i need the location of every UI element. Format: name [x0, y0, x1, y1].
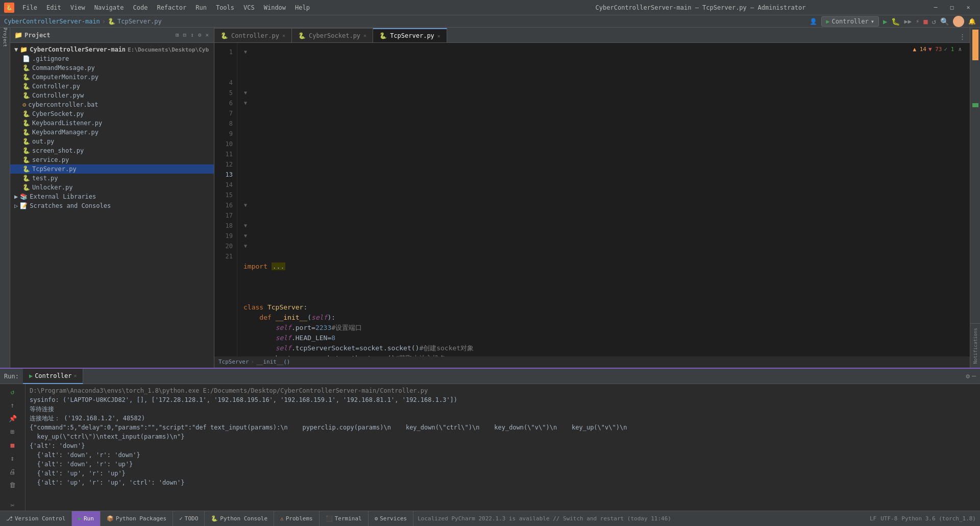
ok-count[interactable]: ✓ 1 [944, 46, 954, 53]
code-content[interactable]: ▼ ▼ ▼ [237, 43, 970, 356]
menu-navigate[interactable]: Navigate [90, 2, 128, 13]
tab-overflow-button[interactable]: ⋮ [955, 31, 970, 42]
notification-icon[interactable]: Notifications [973, 326, 978, 366]
file-bat[interactable]: ⚙ cybercontroller.bat [10, 100, 214, 109]
fold-arrow-5[interactable]: ▼ [244, 88, 247, 98]
breadcrumb2-part1[interactable]: TcpServer [218, 358, 249, 365]
fold-arrow-19[interactable]: ▼ [244, 231, 247, 241]
close-panel-icon[interactable]: ✕ [204, 31, 210, 39]
notifications-icon[interactable]: 🔔 [968, 18, 976, 25]
menu-window[interactable]: Window [260, 2, 290, 13]
scroll-up-button[interactable]: ↑ [7, 399, 18, 411]
rerun-button[interactable]: ↺ [7, 386, 18, 397]
python-version[interactable]: Python 3.6 (torch_1.8) [901, 515, 976, 522]
collapse-all-icon[interactable]: ⊟ [182, 31, 188, 39]
fold-arrow-18[interactable]: ▼ [244, 221, 247, 231]
breadcrumb-part2[interactable]: TcpServer.py [117, 18, 162, 25]
maximize-button[interactable]: □ [944, 3, 960, 13]
minimize-button[interactable]: ─ [928, 3, 943, 13]
line-ending[interactable]: LF [870, 515, 876, 522]
fold-arrow-20[interactable]: ▼ [244, 241, 247, 251]
menu-help[interactable]: Help [291, 2, 314, 13]
menu-vcs[interactable]: VCS [239, 2, 259, 13]
project-root[interactable]: ▼ 📁 CyberControllerServer-main E:\Docume… [10, 45, 214, 54]
rerun-button[interactable]: ↺ [932, 17, 936, 26]
file-cybersocket[interactable]: 🐍 CyberSocket.py [10, 109, 214, 118]
menu-tools[interactable]: Tools [212, 2, 238, 13]
file-controller-pyw[interactable]: 🐍 Controller.pyw [10, 91, 214, 100]
menu-edit[interactable]: Edit [42, 2, 65, 13]
tab-controller-close[interactable]: ✕ [282, 33, 285, 38]
settings-icon[interactable]: ⚙ [966, 372, 970, 380]
profile-button[interactable]: ⚡ [916, 18, 919, 25]
run-scrollbar[interactable] [975, 384, 980, 511]
fold-arrow-16[interactable]: ▼ [244, 200, 247, 210]
scratches-consoles[interactable]: ▷ 📝 Scratches and Consoles [10, 201, 214, 210]
file-keyboardlistener[interactable]: 🐍 KeyboardListener.py [10, 118, 214, 128]
menu-code[interactable]: Code [129, 2, 152, 13]
stop-run-button[interactable]: ■ [7, 439, 18, 450]
encoding[interactable]: UTF-8 [880, 515, 897, 522]
file-test[interactable]: 🐍 test.py [10, 174, 214, 183]
menu-file[interactable]: File [18, 2, 41, 13]
diff-button[interactable]: ⊞ [7, 426, 18, 437]
status-version-control[interactable]: ⎇ Version Control [0, 511, 72, 527]
file-computermonitor[interactable]: 🐍 ComputerMonitor.py [10, 73, 214, 82]
more-actions-button[interactable]: ↕ [7, 452, 18, 464]
menu-view[interactable]: View [66, 2, 89, 13]
run-tab-close[interactable]: ✕ [74, 373, 77, 378]
trash-button[interactable]: 🗑 [7, 479, 18, 490]
status-run[interactable]: ▶ Run [72, 511, 101, 527]
file-commandmessage[interactable]: 🐍 CommandMessage.py [10, 63, 214, 73]
menu-run[interactable]: Run [191, 2, 211, 13]
search-everywhere[interactable]: 🔍 [940, 17, 949, 26]
status-python-packages[interactable]: 📦 Python Packages [101, 511, 173, 527]
update-message[interactable]: Localized PyCharm 2022.1.3 is available … [413, 515, 675, 522]
close-button[interactable]: ✕ [961, 3, 976, 13]
tab-tcpserver[interactable]: 🐍 TcpServer.py ✕ [373, 28, 447, 42]
stop-button[interactable]: ■ [923, 17, 927, 26]
settings-icon[interactable]: ⚙ [197, 31, 203, 39]
breadcrumb2-part2[interactable]: __init__() [256, 358, 290, 365]
file-unlocker[interactable]: 🐍 Unlocker.py [10, 183, 214, 192]
file-tcpserver[interactable]: 🐍 TcpServer.py [10, 164, 214, 174]
collapse-icon[interactable]: ─ [972, 372, 976, 380]
pin-button[interactable]: 📌 [7, 413, 18, 424]
run-config-dropdown[interactable]: ▶ Controller ▾ [821, 16, 879, 27]
file-screenshot[interactable]: 🐍 screen_shot.py [10, 146, 214, 155]
run-with-coverage[interactable]: ▶▶ [904, 18, 911, 25]
file-out[interactable]: 🐍 out.py [10, 137, 214, 146]
fold-arrow-6[interactable]: ▼ [244, 98, 247, 108]
errors-count[interactable]: ▼ 73 [928, 46, 942, 53]
run-controller-tab[interactable]: ▶ Controller ✕ [23, 369, 84, 384]
status-services[interactable]: ⚙ Services [369, 511, 414, 527]
tab-controller[interactable]: 🐍 Controller.py ✕ [214, 28, 292, 42]
project-sidebar-toggle[interactable]: Project [1, 30, 10, 45]
file-service[interactable]: 🐍 service.py [10, 155, 214, 164]
menu-refactor[interactable]: Refactor [153, 2, 190, 13]
error-indicator-bar[interactable] [972, 30, 978, 60]
file-gitignore[interactable]: 📄 .gitignore [10, 54, 214, 63]
tab-tcpserver-close[interactable]: ✕ [437, 33, 440, 39]
breadcrumb-part1[interactable]: CyberControllerServer-main [4, 18, 100, 25]
status-terminal[interactable]: ⬛ Terminal [320, 511, 369, 527]
settings-run-button[interactable]: ✂ [7, 499, 18, 511]
status-todo[interactable]: ✓ TODO [173, 511, 205, 527]
warnings-count[interactable]: ▲ 14 [913, 46, 927, 53]
code-editor[interactable]: 1 4 5 6 7 8 9 10 11 12 13 14 1 [214, 43, 970, 356]
expand-all-icon[interactable]: ⊞ [175, 31, 180, 39]
external-libraries[interactable]: ▶ 📚 External Libraries [10, 192, 214, 201]
fold-arrow-1[interactable]: ▼ [244, 47, 247, 57]
run-label-status: Run [84, 515, 94, 522]
file-controller[interactable]: 🐍 Controller.py [10, 82, 214, 91]
file-keyboardmanager[interactable]: 🐍 KeyboardManager.py [10, 128, 214, 137]
chevron-up-icon[interactable]: ∧ [958, 46, 962, 53]
debug-button[interactable]: 🐛 [891, 17, 900, 26]
status-problems[interactable]: ⚠ Problems [274, 511, 320, 527]
print-button[interactable]: 🖨 [7, 466, 18, 477]
sort-icon[interactable]: ↕ [189, 31, 195, 39]
run-button[interactable]: ▶ [883, 17, 887, 26]
tab-cybersocket-close[interactable]: ✕ [363, 33, 366, 38]
status-python-console[interactable]: 🐍 Python Console [205, 511, 274, 527]
tab-cybersocket[interactable]: 🐍 CyberSocket.py ✕ [292, 28, 373, 42]
